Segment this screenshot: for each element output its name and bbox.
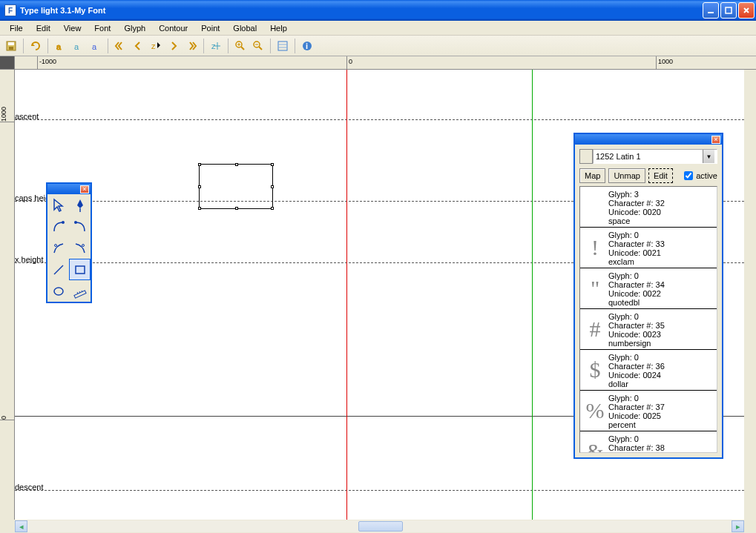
zoom-in-icon[interactable] [232, 38, 249, 54]
close-icon[interactable]: × [80, 185, 89, 193]
svg-point-24 [74, 221, 77, 224]
glyph-row[interactable]: Glyph: 3Character #: 32Unicode: 0020spac… [580, 187, 717, 228]
menu-font[interactable]: Font [88, 22, 117, 34]
svg-line-15 [259, 47, 262, 50]
advance-width-guide [532, 70, 533, 520]
tools-palette[interactable]: × [46, 182, 92, 303]
nav-next-icon[interactable] [165, 38, 182, 54]
save-icon[interactable] [3, 38, 19, 54]
glyph-row[interactable]: !Glyph: 0Character #: 33Unicode: 0021exc… [580, 228, 717, 268]
grid-icon[interactable] [275, 38, 291, 54]
svg-rect-4 [9, 47, 13, 50]
character-palette-titlebar[interactable]: × [575, 134, 722, 145]
encoding-select[interactable]: 1252 Latin 1 ▼ [593, 149, 717, 164]
svg-point-25 [54, 244, 56, 246]
measure-tool-icon[interactable] [69, 280, 91, 302]
glyph-info: Glyph: 0Character #: 38Unicode: 0026ampe… [608, 433, 665, 453]
scroll-right-button[interactable]: ▸ [732, 520, 744, 532]
pen-tool-icon[interactable] [69, 194, 91, 216]
svg-line-27 [54, 265, 63, 274]
rectangle-tool-icon[interactable] [69, 259, 91, 280]
menu-contour[interactable]: Contour [152, 22, 194, 34]
glyph-info: Glyph: 3Character #: 32Unicode: 0020spac… [608, 188, 665, 225]
curve-right-tool-icon[interactable] [69, 216, 91, 237]
dropdown-arrow-icon[interactable]: ▼ [703, 150, 714, 163]
glyph-list[interactable]: Glyph: 3Character #: 32Unicode: 0020spac… [579, 186, 717, 453]
glyph-a-outline-icon[interactable]: a [52, 38, 68, 54]
title-doc: My Font [74, 6, 105, 15]
glyph-info: Glyph: 0Character #: 35Unicode: 0023numb… [608, 311, 665, 348]
tools-palette-titlebar[interactable]: × [47, 184, 91, 194]
nav-goto-icon[interactable]: z [148, 38, 164, 54]
glyph-preview: ! [582, 229, 608, 266]
vertical-ruler[interactable]: 1000 0 [0, 70, 15, 520]
undo-icon[interactable] [27, 38, 44, 54]
glyph-a-blue-icon[interactable]: a [88, 38, 104, 54]
glyph-a-cyan-icon[interactable]: a [70, 38, 86, 54]
ruler-tick: 1000 [0, 107, 14, 122]
zoom-out-icon[interactable] [250, 38, 266, 54]
svg-text:a: a [56, 42, 62, 51]
menu-edit[interactable]: Edit [30, 22, 57, 34]
nav-first-icon[interactable] [112, 38, 128, 54]
menu-file[interactable]: File [3, 22, 30, 34]
unmap-button[interactable]: Unmap [608, 168, 645, 183]
svg-text:a: a [92, 42, 97, 51]
glyph-preview: # [582, 311, 608, 348]
active-checkbox-input[interactable] [684, 171, 693, 180]
glyph-row[interactable]: &Glyph: 0Character #: 38Unicode: 0026amp… [580, 431, 717, 453]
title-app: Type light 3.1 [20, 6, 71, 15]
close-button[interactable] [738, 2, 755, 19]
menu-view[interactable]: View [57, 22, 88, 34]
glyph-info: Glyph: 0Character #: 33Unicode: 0021excl… [608, 229, 665, 266]
glyph-info: Glyph: 0Character #: 34Unicode: 0022quot… [608, 270, 665, 307]
vertical-scrollbar[interactable] [744, 70, 756, 520]
nav-last-icon[interactable] [183, 38, 200, 54]
arc-left-tool-icon[interactable] [47, 237, 69, 259]
toolbar: a a a z z i [0, 36, 756, 56]
info-icon[interactable]: i [299, 38, 315, 54]
svg-point-26 [82, 244, 84, 246]
ruler-tick: 0 [0, 416, 14, 420]
pointer-tool-icon[interactable] [47, 194, 69, 216]
menu-global[interactable]: Global [226, 22, 263, 34]
ellipse-tool-icon[interactable] [47, 280, 69, 302]
glyph-info: Glyph: 0Character #: 37Unicode: 0025perc… [608, 392, 665, 429]
ruler-tick: -1000 [37, 56, 56, 69]
active-checkbox[interactable]: active [684, 171, 717, 180]
svg-rect-17 [278, 42, 287, 50]
nav-prev-icon[interactable] [130, 38, 146, 54]
glyph-row[interactable]: #Glyph: 0Character #: 35Unicode: 0023num… [580, 309, 717, 350]
horizontal-scrollbar[interactable]: ◂ ▸ [15, 520, 744, 533]
glyph-info: Glyph: 0Character #: 36Unicode: 0024doll… [608, 351, 665, 388]
menu-point[interactable]: Point [194, 22, 226, 34]
character-palette[interactable]: × 1252 Latin 1 ▼ Map Unmap Edit active G… [573, 133, 723, 459]
ascent-guide: ascent [15, 119, 744, 120]
glyph-preview: " [582, 270, 608, 307]
menubar: File Edit View Font Glyph Contour Point … [0, 21, 756, 36]
line-tool-icon[interactable] [47, 259, 69, 280]
arc-right-tool-icon[interactable] [69, 237, 91, 259]
glyph-row[interactable]: %Glyph: 0Character #: 37Unicode: 0025per… [580, 391, 717, 431]
glyph-preview [582, 188, 608, 225]
minimize-button[interactable] [703, 2, 719, 19]
selection-rectangle[interactable] [199, 164, 273, 209]
scroll-left-button[interactable]: ◂ [15, 520, 27, 532]
titlebar: F Type light 3.1 - My Font [0, 0, 756, 21]
menu-glyph[interactable]: Glyph [117, 22, 152, 34]
scroll-thumb[interactable] [358, 521, 403, 532]
menu-help[interactable]: Help [263, 22, 294, 34]
svg-text:z: z [151, 42, 156, 50]
prev-encoding-button[interactable] [579, 149, 593, 164]
map-button[interactable]: Map [579, 168, 605, 183]
glyph-row[interactable]: $Glyph: 0Character #: 36Unicode: 0024dol… [580, 350, 717, 391]
curve-left-tool-icon[interactable] [47, 216, 69, 237]
encoding-label: 1252 Latin 1 [596, 152, 641, 161]
edit-button[interactable]: Edit [648, 168, 673, 183]
horizontal-ruler[interactable]: -1000 0 1000 [15, 56, 756, 70]
ruler-corner [0, 56, 15, 70]
maximize-button[interactable] [720, 2, 737, 19]
zoom-fit-icon[interactable]: z [208, 38, 224, 54]
glyph-row[interactable]: "Glyph: 0Character #: 34Unicode: 0022quo… [580, 268, 717, 309]
close-icon[interactable]: × [711, 136, 720, 144]
